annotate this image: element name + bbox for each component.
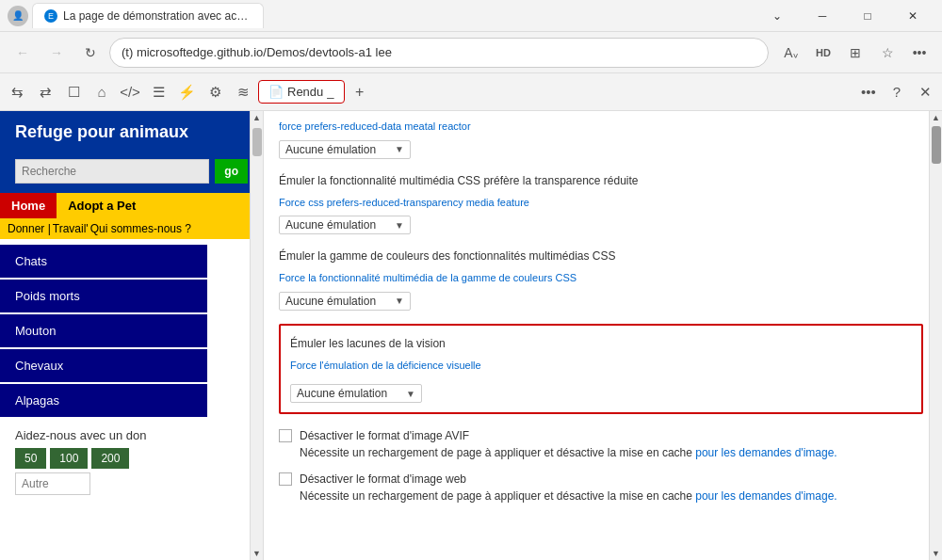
chevron-down-btn[interactable]: ⌄ <box>755 0 799 32</box>
more-btn[interactable]: ••• <box>904 38 934 68</box>
section3-dropdown-value: Aucune émulation <box>285 295 376 308</box>
menu-item-chats[interactable]: Chats <box>0 245 207 278</box>
minimize-btn[interactable]: ─ <box>801 0 844 32</box>
webimage-label-link[interactable]: pour les demandes d'image. <box>695 489 836 503</box>
dt-section-1: force prefers-reduced-data meatal reacto… <box>279 119 923 159</box>
home-tool-btn[interactable]: ⌂ <box>89 79 115 105</box>
settings-gear-btn[interactable]: ⚙ <box>202 79 228 105</box>
nav-link-travail[interactable]: Travail' <box>53 222 89 235</box>
reader-view-btn[interactable]: Aᵥ <box>776 38 806 68</box>
menu-item-poids[interactable]: Poids morts <box>0 280 207 312</box>
rendu-tab[interactable]: 📄 Rendu _ <box>258 80 345 104</box>
browser-tab[interactable]: E La page de démonstration avec accessib… <box>32 3 264 28</box>
webimage-label-line1: Désactiver le format d'image web <box>300 471 837 488</box>
nav-link-donner[interactable]: Donner | <box>8 222 51 235</box>
dt-section-4-highlighted: Émuler les lacunes de la vision Force l'… <box>279 324 923 415</box>
tab-area: E La page de démonstration avec accessib… <box>28 3 755 28</box>
section3-text1: Émuler la gamme de couleurs des fonction… <box>279 248 923 264</box>
favorites-btn[interactable]: ☆ <box>872 38 902 68</box>
avif-checkbox[interactable] <box>279 429 292 442</box>
dt-right-actions: ••• ? ✕ <box>855 79 938 105</box>
section2-dropdown[interactable]: Aucune émulation ▼ <box>279 216 411 234</box>
section2-text1: Émuler la fonctionnalité multimédia CSS … <box>279 172 923 189</box>
site-title: Refuge pour animaux <box>15 122 188 141</box>
avif-label-line2: Nécessite un rechargement de page à appl… <box>300 444 837 461</box>
address-bar: ← → ↻ (t) microsoftedge.github.io/Demos/… <box>0 32 942 73</box>
section2-dropdown-value: Aucune émulation <box>285 218 376 232</box>
webimage-checkbox[interactable] <box>279 472 292 486</box>
dt-section-3: Émuler la gamme de couleurs des fonction… <box>279 248 923 311</box>
network-btn[interactable]: ☰ <box>145 79 171 105</box>
devtools-panel: force prefers-reduced-data meatal reacto… <box>264 111 942 560</box>
dt-content: force prefers-reduced-data meatal reacto… <box>264 111 942 560</box>
donate-label: Aidez-nous avec un don <box>15 428 146 442</box>
dt-scrollbar-thumb[interactable] <box>932 126 941 164</box>
maximize-btn[interactable]: □ <box>846 0 889 32</box>
donate-50[interactable]: 50 <box>15 448 46 469</box>
inspect-element-btn[interactable]: ⇆ <box>4 79 30 105</box>
dt-help-btn[interactable]: ? <box>884 79 910 105</box>
forward-button[interactable]: → <box>41 38 72 68</box>
collections-btn[interactable]: ⊞ <box>840 38 870 68</box>
section1-dropdown[interactable]: Aucune émulation ▼ <box>279 140 411 159</box>
section4-dropdown-value: Aucune émulation <box>297 387 387 400</box>
dt-scrollbar[interactable]: ▲ ▼ <box>929 111 942 560</box>
dt-section-5: Désactiver le format d'image AVIF Nécess… <box>279 427 923 461</box>
donate-200[interactable]: 200 <box>91 448 129 469</box>
section3-dropdown-arrow: ▼ <box>395 296 404 306</box>
add-tab-btn[interactable]: + <box>347 79 373 105</box>
section1-dropdown-value: Aucune émulation <box>285 143 376 156</box>
site-nav-links: Donner | Travail' Qui sommes-nous ? <box>0 218 263 239</box>
refresh-button[interactable]: ↻ <box>75 38 106 68</box>
title-bar: 👤 E La page de démonstration avec access… <box>0 0 942 32</box>
section4-dropdown[interactable]: Aucune émulation ▼ <box>290 384 422 403</box>
back-button[interactable]: ← <box>8 38 38 68</box>
tab-title: La page de démonstration avec accessibil… <box>63 9 252 23</box>
donate-100[interactable]: 100 <box>50 448 88 469</box>
rendu-tab-icon: 📄 <box>268 85 284 99</box>
search-go-button[interactable]: go <box>215 159 248 184</box>
address-actions: Aᵥ HD ⊞ ☆ ••• <box>776 38 934 68</box>
url-bar[interactable]: (t) microsoftedge.github.io/Demos/devtoo… <box>109 38 769 68</box>
section4-text1: Émuler les lacunes de la vision <box>290 335 912 352</box>
nav-adopt[interactable]: Adopt a Pet <box>57 193 147 218</box>
donate-other-wrap <box>15 472 248 495</box>
nav-link-qui[interactable]: Qui sommes-nous ? <box>90 222 191 235</box>
console-btn[interactable]: ☐ <box>60 79 87 105</box>
donate-other-input[interactable] <box>15 472 90 495</box>
menu-item-mouton[interactable]: Mouton <box>0 314 207 347</box>
menu-item-chevaux[interactable]: Chevaux <box>0 349 207 382</box>
menu-item-alpagas[interactable]: Alpagas <box>0 384 207 417</box>
url-text: (t) microsoftedge.github.io/Demos/devtoo… <box>122 45 392 59</box>
dt-section-6: Désactiver le format d'image web Nécessi… <box>279 471 923 504</box>
device-emulation-btn[interactable]: ⇄ <box>32 79 58 105</box>
dt-scrollbar-down[interactable]: ▼ <box>930 547 942 560</box>
profile-icon[interactable]: 👤 <box>8 6 28 26</box>
section2-dropdown-arrow: ▼ <box>395 220 404 231</box>
nav-home[interactable]: Home <box>0 193 57 218</box>
devtools-toolbar: ⇆ ⇄ ☐ ⌂ </> ☰ ⚡ ⚙ ≋ 📄 Rendu _ + ••• ? ✕ <box>0 73 942 111</box>
hd-btn[interactable]: HD <box>808 38 838 68</box>
section4-dropdown-arrow: ▼ <box>406 389 415 399</box>
site-search: go <box>0 153 263 193</box>
dt-scrollbar-up[interactable]: ▲ <box>930 111 942 124</box>
section1-dropdown-arrow: ▼ <box>395 144 404 154</box>
section1-text: force prefers-reduced-data meatal reacto… <box>279 119 923 135</box>
tab-favicon: E <box>44 9 57 23</box>
sources-btn[interactable]: </> <box>117 79 143 105</box>
dt-close-btn[interactable]: ✕ <box>912 79 938 105</box>
site-donate: Aidez-nous avec un don 50 100 200 <box>0 419 263 504</box>
close-btn[interactable]: ✕ <box>891 0 934 32</box>
dt-section-2: Émuler la fonctionnalité multimédia CSS … <box>279 172 923 235</box>
performance-btn[interactable]: ⚡ <box>173 79 200 105</box>
search-input[interactable] <box>15 159 209 184</box>
dt-more-btn[interactable]: ••• <box>855 79 882 105</box>
website-scrollbar[interactable]: ▲ ▼ <box>250 111 263 560</box>
section3-dropdown[interactable]: Aucune émulation ▼ <box>279 292 411 311</box>
donate-btns: 50 100 200 <box>15 448 248 469</box>
website-panel: Refuge pour animaux go Home Adopt a Pet … <box>0 111 264 560</box>
wifi-btn[interactable]: ≋ <box>230 79 256 105</box>
webimage-label-line2: Nécessite un rechargement de page à appl… <box>300 488 837 504</box>
main-content: Refuge pour animaux go Home Adopt a Pet … <box>0 111 942 560</box>
avif-label-link[interactable]: pour les demandes d'image. <box>695 446 836 459</box>
